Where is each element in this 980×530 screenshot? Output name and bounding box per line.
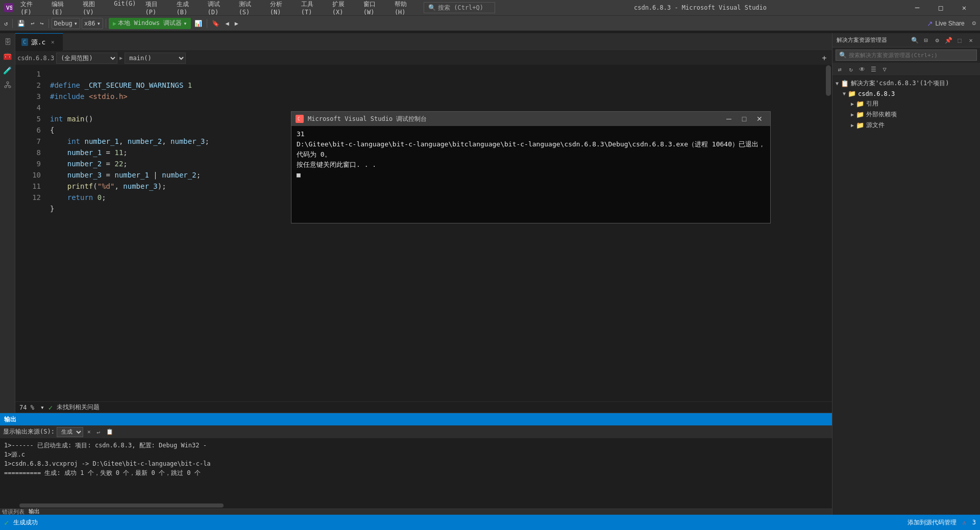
output-source-dropdown[interactable]: 生成 bbox=[57, 427, 83, 437]
play-icon: ▶ bbox=[113, 20, 116, 27]
debug-config-dropdown[interactable]: Debug ▾ bbox=[52, 18, 80, 29]
zoom-level[interactable]: 74 % bbox=[19, 404, 34, 411]
menu-file[interactable]: 文件(F) bbox=[16, 0, 46, 17]
tree-source-label: 源文件 bbox=[866, 121, 885, 130]
toolbar-redo-btn[interactable]: ↪ bbox=[38, 18, 45, 29]
svg-line-6 bbox=[6, 85, 8, 86]
debug-console-minimize[interactable]: ─ bbox=[722, 114, 736, 124]
view-switch-btn[interactable]: ☰ bbox=[868, 64, 878, 74]
menu-tools[interactable]: 工具(T) bbox=[297, 0, 327, 17]
solution-explorer-header: 解决方案资源管理器 🔍 ⊟ ⚙ 📌 ⬚ ✕ bbox=[832, 33, 980, 47]
platform-dropdown[interactable]: x86 ▾ bbox=[82, 18, 103, 29]
output-clear-btn[interactable]: ✕ bbox=[85, 426, 93, 438]
feedback-btn[interactable]: ☺ bbox=[970, 18, 978, 29]
minimize-button[interactable]: ─ bbox=[905, 0, 929, 15]
tree-solution-item[interactable]: ▼ 📋 解决方案'csdn.6.8.3'(1个项目) bbox=[832, 78, 980, 89]
rpanel-float-btn[interactable]: ⬚ bbox=[954, 35, 965, 45]
scope-right-dropdown[interactable]: main() bbox=[125, 53, 186, 64]
close-button[interactable]: ✕ bbox=[952, 0, 976, 15]
debug-console-maximize[interactable]: □ bbox=[738, 114, 751, 124]
search-bar[interactable]: 🔍 搜索 (Ctrl+Q) bbox=[424, 2, 495, 13]
status-error-count: 3 bbox=[972, 519, 976, 526]
menu-view[interactable]: 视图(V) bbox=[79, 0, 109, 17]
rpanel-collapse-btn[interactable]: ⊟ bbox=[921, 35, 931, 45]
profiler-btn[interactable]: 📊 bbox=[192, 18, 204, 29]
project-label: csdn.6.8.3 bbox=[17, 55, 54, 62]
code-scrollbar-v[interactable] bbox=[825, 65, 832, 413]
output-copy-btn[interactable]: 📋 bbox=[104, 426, 115, 438]
sync-btn[interactable]: ⇄ bbox=[835, 64, 845, 74]
editor-tab-bar: C 源.c ✕ bbox=[15, 33, 832, 51]
rpanel-search-btn[interactable]: 🔍 bbox=[910, 35, 920, 45]
liveshare-button[interactable]: ↗ Live Share bbox=[923, 18, 968, 29]
status-add-source[interactable]: 添加到源代码管理 bbox=[908, 518, 957, 527]
menu-git[interactable]: Git(G) bbox=[110, 0, 140, 17]
status-check-icon: ✓ bbox=[48, 403, 53, 412]
debug-console-title: Microsoft Visual Studio 调试控制台 bbox=[308, 115, 718, 123]
rpanel-settings-btn[interactable]: ⚙ bbox=[932, 35, 942, 45]
sidebar-icon-git[interactable] bbox=[1, 78, 14, 91]
toolbar-undo-btn[interactable]: ↩ bbox=[29, 18, 36, 29]
menu-build[interactable]: 生成(B) bbox=[173, 0, 203, 17]
scope-left-dropdown[interactable]: (全局范围) bbox=[56, 53, 117, 64]
output-scrollbar-thumb-h[interactable] bbox=[19, 503, 224, 508]
tree-project-label: csdn.6.8.3 bbox=[858, 90, 895, 97]
tab-close-button[interactable]: ✕ bbox=[48, 38, 57, 46]
bookmark-btn[interactable]: 🔖 bbox=[210, 18, 222, 29]
maximize-button[interactable]: □ bbox=[929, 0, 952, 15]
filter-btn[interactable]: ▽ bbox=[879, 64, 890, 74]
sidebar-icon-test[interactable]: 🧪 bbox=[1, 64, 14, 77]
svg-point-4 bbox=[9, 86, 11, 88]
menu-extensions[interactable]: 扩展(X) bbox=[328, 0, 358, 17]
prev-bookmark-btn[interactable]: ◀ bbox=[223, 18, 231, 29]
sidebar-icon-server[interactable]: 🗄 bbox=[1, 35, 14, 48]
menu-debug[interactable]: 调试(D) bbox=[204, 0, 234, 17]
rpanel-close-btn[interactable]: ✕ bbox=[966, 35, 976, 45]
run-label: 本地 Windows 调试器 bbox=[118, 19, 182, 28]
code-scrollbar-thumb-v[interactable] bbox=[826, 65, 831, 96]
search-icon: 🔍 bbox=[428, 4, 436, 11]
file-tab-source[interactable]: C 源.c ✕ bbox=[15, 33, 63, 51]
toolbar-back-btn[interactable]: ↺ bbox=[2, 18, 10, 29]
next-bookmark-btn[interactable]: ▶ bbox=[233, 18, 240, 29]
feedback-icon: ☺ bbox=[972, 20, 976, 27]
title-bar: VS 文件(F) 编辑(E) 视图(V) Git(G) 项目(P) 生成(B) … bbox=[0, 0, 980, 15]
output-scrollbar-h[interactable] bbox=[19, 502, 832, 509]
sidebar-icon-toolbox[interactable]: 🧰 bbox=[1, 49, 14, 63]
window-controls: ─ □ ✕ bbox=[905, 0, 976, 15]
editor-status-bar: 74 % ▾ ✓ 未找到相关问题 bbox=[15, 401, 832, 413]
status-success-text: 生成成功 bbox=[13, 518, 38, 527]
undo-icon: ↩ bbox=[31, 20, 34, 27]
status-bar: ✓ 生成成功 添加到源代码管理 ⚠ 3 bbox=[0, 515, 980, 530]
run-button[interactable]: ▶ 本地 Windows 调试器 ▾ bbox=[109, 18, 191, 29]
menu-help[interactable]: 帮助(H) bbox=[390, 0, 421, 17]
expand-editor-btn[interactable]: + bbox=[819, 53, 830, 64]
zoom-dropdown-icon[interactable]: ▾ bbox=[40, 403, 44, 411]
menu-edit[interactable]: 编辑(E) bbox=[47, 0, 78, 17]
debug-console-close[interactable]: ✕ bbox=[753, 114, 766, 124]
output-toolbar: 显示输出来源(S): 生成 ✕ ↵ 📋 bbox=[0, 425, 832, 439]
menu-test[interactable]: 测试(S) bbox=[235, 0, 265, 17]
chart-icon: 📊 bbox=[194, 20, 202, 27]
rpanel-dock-btn[interactable]: 📌 bbox=[943, 35, 953, 45]
project-chevron-icon: ▼ bbox=[843, 91, 846, 96]
show-all-btn[interactable]: 👁 bbox=[857, 64, 867, 74]
menu-bar: 文件(F) 编辑(E) 视图(V) Git(G) 项目(P) 生成(B) 调试(… bbox=[16, 0, 421, 17]
tree-source-item[interactable]: ▶ 📁 源文件 bbox=[832, 120, 980, 131]
menu-project[interactable]: 项目(P) bbox=[141, 0, 172, 17]
output-wrap-btn[interactable]: ↵ bbox=[95, 426, 103, 438]
run-dropdown-icon: ▾ bbox=[183, 20, 187, 27]
tree-external-item[interactable]: ▶ 📁 外部依赖项 bbox=[832, 109, 980, 120]
toolbar-save-btn[interactable]: 💾 bbox=[15, 18, 27, 29]
scope-nav-bar: csdn.6.8.3 (全局范围) ▶ main() + bbox=[15, 51, 832, 65]
debug-console-content: 31 D:\Gitee\bit-c-language\bit-c-languag… bbox=[291, 126, 770, 223]
tree-project-item[interactable]: ▼ 📁 csdn.6.8.3 bbox=[832, 89, 980, 98]
refresh-btn[interactable]: ↻ bbox=[846, 64, 856, 74]
save-icon: 💾 bbox=[17, 20, 25, 27]
solution-search-input[interactable] bbox=[849, 52, 973, 59]
svg-text:VS: VS bbox=[6, 5, 12, 11]
menu-analyze[interactable]: 分析(N) bbox=[266, 0, 296, 17]
menu-window[interactable]: 窗口(W) bbox=[359, 0, 389, 17]
tree-references-label: 引用 bbox=[866, 99, 878, 108]
tree-references-item[interactable]: ▶ 📁 引用 bbox=[832, 98, 980, 109]
